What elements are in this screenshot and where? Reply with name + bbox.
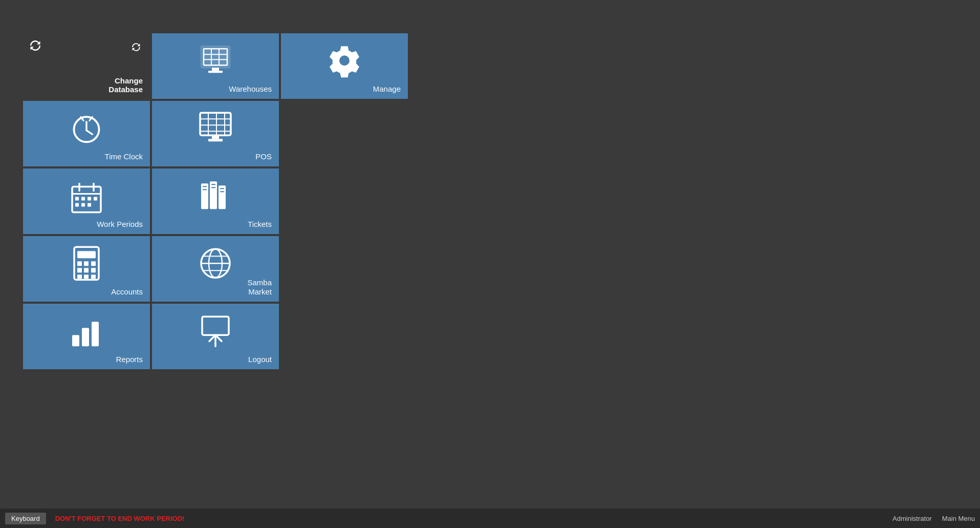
accounts-label: Accounts: [111, 287, 143, 297]
svg-rect-32: [88, 203, 91, 207]
bottom-right-info: Administrator Main Menu: [892, 515, 975, 522]
tickets-label: Tickets: [248, 220, 272, 229]
svg-rect-28: [88, 197, 91, 201]
empty-r3c3: [281, 168, 408, 234]
keyboard-button[interactable]: Keyboard: [5, 513, 46, 524]
warning-text: DON'T FORGET TO END WORK PERIOD!: [55, 515, 185, 522]
svg-rect-21: [208, 139, 223, 141]
warehouses-icon: [197, 42, 234, 79]
main-grid: ChangeDatabase Warehouses: [23, 33, 408, 369]
bar-chart-icon: [68, 312, 105, 349]
svg-rect-43: [77, 251, 96, 258]
tile-work-periods[interactable]: Work Periods: [23, 168, 150, 234]
svg-rect-50: [77, 274, 82, 279]
empty-r5c3: [281, 304, 408, 369]
svg-rect-44: [77, 261, 82, 266]
tile-manage[interactable]: Manage: [281, 33, 408, 99]
pos-label: POS: [255, 152, 272, 161]
svg-line-10: [86, 131, 92, 135]
time-clock-label: Time Clock: [105, 152, 143, 161]
svg-rect-46: [91, 261, 96, 266]
work-periods-label: Work Periods: [97, 220, 143, 229]
svg-rect-60: [92, 322, 99, 346]
gear-icon: [326, 42, 363, 79]
empty-r2c3: [281, 101, 408, 166]
globe-icon: [197, 245, 234, 282]
tile-change-database[interactable]: ChangeDatabase: [23, 33, 150, 99]
bottom-bar: Keyboard DON'T FORGET TO END WORK PERIOD…: [0, 509, 980, 528]
logout-icon: [197, 312, 234, 349]
svg-rect-7: [208, 71, 223, 73]
sync-icon-topleft: [28, 38, 42, 53]
change-database-label: ChangeDatabase: [108, 76, 143, 94]
svg-rect-33: [201, 183, 208, 209]
svg-rect-6: [212, 68, 219, 71]
tile-accounts[interactable]: Accounts: [23, 236, 150, 302]
books-icon: [197, 177, 234, 214]
monitor-icon: [197, 110, 234, 146]
samba-market-label: SambaMarket: [247, 278, 272, 297]
svg-rect-31: [81, 203, 85, 207]
svg-rect-48: [84, 268, 89, 272]
tile-reports[interactable]: Reports: [23, 304, 150, 369]
warehouses-label: Warehouses: [229, 85, 272, 94]
svg-rect-49: [91, 268, 96, 272]
svg-rect-13: [200, 113, 231, 135]
svg-rect-27: [81, 197, 85, 201]
tile-warehouses[interactable]: Warehouses: [152, 33, 279, 99]
reports-label: Reports: [116, 355, 143, 364]
main-menu-label[interactable]: Main Menu: [942, 515, 975, 522]
tile-tickets[interactable]: Tickets: [152, 168, 279, 234]
svg-rect-29: [94, 197, 97, 201]
svg-rect-34: [210, 181, 217, 209]
svg-rect-51: [84, 274, 89, 279]
tile-time-clock[interactable]: Time Clock: [23, 101, 150, 166]
svg-rect-47: [77, 268, 82, 272]
tile-logout[interactable]: Logout: [152, 304, 279, 369]
svg-rect-30: [75, 203, 79, 207]
svg-rect-0: [201, 46, 230, 68]
svg-rect-52: [91, 274, 96, 279]
tile-samba-market[interactable]: SambaMarket: [152, 236, 279, 302]
calculator-icon: [70, 245, 103, 282]
sync-icon-topright: [130, 41, 142, 53]
svg-rect-20: [212, 135, 219, 139]
svg-rect-45: [84, 261, 89, 266]
logout-label: Logout: [248, 355, 272, 364]
svg-rect-26: [75, 197, 79, 201]
user-label: Administrator: [892, 515, 932, 522]
manage-label: Manage: [373, 85, 401, 94]
svg-rect-58: [72, 335, 79, 346]
tile-pos[interactable]: POS: [152, 101, 279, 166]
svg-rect-59: [82, 328, 89, 346]
empty-r4c3: [281, 236, 408, 302]
clock-icon: [69, 111, 104, 146]
svg-rect-61: [202, 316, 229, 335]
calendar-icon: [70, 182, 103, 215]
